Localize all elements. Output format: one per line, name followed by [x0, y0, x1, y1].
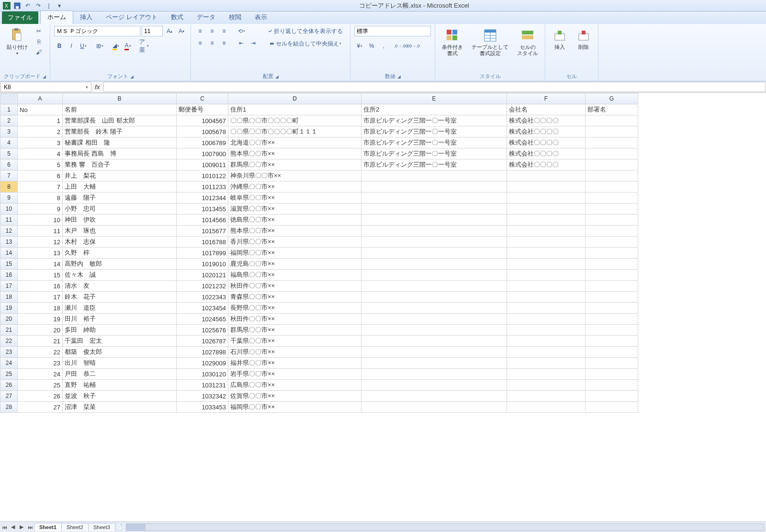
cell[interactable] [507, 380, 586, 391]
cell[interactable]: 久野 梓 [63, 248, 177, 259]
cell[interactable]: 清水 友 [63, 281, 177, 292]
cell[interactable]: 1029009 [177, 358, 228, 369]
cell[interactable] [586, 347, 638, 358]
cell[interactable]: 1030120 [177, 369, 228, 380]
cell[interactable]: 1007900 [177, 148, 228, 159]
cell[interactable]: 石川県〇〇市×× [228, 347, 361, 358]
row-header[interactable]: 24 [0, 358, 18, 369]
qat-customize-icon[interactable]: ▾ [55, 1, 64, 10]
increase-decimal-button[interactable]: .0→.00 [395, 41, 406, 51]
cell[interactable]: 営業部課長 山田 郁太郎 [63, 115, 177, 126]
cell[interactable]: 沖縄県〇〇市×× [228, 181, 361, 192]
cell[interactable]: 25 [18, 380, 63, 391]
cell[interactable]: 小野 忠司 [63, 204, 177, 215]
cell[interactable]: 沼津 栞菜 [63, 402, 177, 413]
cell[interactable]: 直野 祐輔 [63, 380, 177, 391]
cell[interactable]: 株式会社〇〇〇〇 [507, 126, 586, 137]
cell[interactable] [586, 215, 638, 226]
cell[interactable]: 16 [18, 281, 63, 292]
cell[interactable] [361, 237, 507, 248]
cell[interactable] [507, 215, 586, 226]
cell[interactable]: 井上 梨花 [63, 170, 177, 181]
cell[interactable]: 鹿児島〇〇市×× [228, 259, 361, 270]
italic-button[interactable]: I [66, 41, 77, 51]
horizontal-scrollbar[interactable] [126, 523, 764, 531]
cell[interactable]: 3 [18, 137, 63, 148]
cell[interactable]: 21 [18, 336, 63, 347]
fill-color-button[interactable]: ◢ [111, 41, 121, 51]
format-as-table-button[interactable]: テーブルとして 書式設定 [469, 26, 511, 58]
cell[interactable]: 熊本県〇〇市×× [228, 148, 361, 159]
cell[interactable]: 1004567 [177, 115, 228, 126]
row-header[interactable]: 2 [0, 115, 18, 126]
format-painter-button[interactable]: 🖌 [34, 47, 44, 57]
row-header[interactable]: 13 [0, 237, 18, 248]
cell[interactable]: 1005678 [177, 126, 228, 137]
cell[interactable] [586, 358, 638, 369]
cell[interactable] [361, 204, 507, 215]
row-header[interactable]: 18 [0, 292, 18, 303]
border-button[interactable]: ⊞ [94, 41, 105, 51]
cell[interactable]: 1020121 [177, 270, 228, 281]
cell[interactable] [361, 380, 507, 391]
cell[interactable]: 17 [18, 292, 63, 303]
tab-view[interactable]: 表示 [248, 11, 274, 24]
cell[interactable] [361, 226, 507, 237]
row-header[interactable]: 15 [0, 259, 18, 270]
row-header[interactable]: 1 [0, 104, 18, 115]
select-all-corner[interactable] [0, 93, 18, 104]
accounting-format-button[interactable]: ¥ [354, 41, 365, 51]
phonetic-button[interactable]: ア亜 [139, 41, 149, 51]
cell[interactable]: 岩手県〇〇市×× [228, 369, 361, 380]
cell[interactable]: 会社名 [507, 104, 586, 115]
underline-button[interactable]: U [78, 41, 89, 51]
cell[interactable]: 2 [18, 126, 63, 137]
cell[interactable]: 8 [18, 192, 63, 204]
wrap-text-button[interactable]: ⤶ 折り返して全体を表示する [264, 26, 346, 36]
cell[interactable] [361, 215, 507, 226]
row-header[interactable]: 9 [0, 192, 18, 204]
cell[interactable]: 9 [18, 204, 63, 215]
cell[interactable]: 滋賀県〇〇市×× [228, 204, 361, 215]
cell[interactable]: 7 [18, 181, 63, 192]
cell[interactable]: 神奈川県〇〇市×× [228, 170, 361, 181]
sheet-nav-next[interactable]: ▶ [17, 523, 26, 532]
cell[interactable]: 1021232 [177, 281, 228, 292]
row-header[interactable]: 5 [0, 148, 18, 159]
cell[interactable]: 上田 大輔 [63, 181, 177, 192]
cell[interactable] [586, 325, 638, 336]
cell[interactable]: 都築 俊太郎 [63, 347, 177, 358]
insert-cells-button[interactable]: 挿入 [549, 26, 570, 52]
cell[interactable] [361, 192, 507, 204]
cell[interactable]: 1012344 [177, 192, 228, 204]
cell[interactable]: 群馬県〇〇市×× [228, 159, 361, 170]
cell[interactable]: 千葉田 宏太 [63, 336, 177, 347]
cell[interactable] [507, 170, 586, 181]
cell[interactable] [507, 303, 586, 314]
cell[interactable] [586, 292, 638, 303]
cell[interactable] [361, 259, 507, 270]
cell[interactable] [361, 369, 507, 380]
increase-indent-button[interactable]: ⇥ [248, 38, 259, 48]
percent-style-button[interactable]: % [366, 41, 377, 51]
cell[interactable]: 14 [18, 259, 63, 270]
conditional-formatting-button[interactable]: 条件付き 書式 [439, 26, 466, 58]
cell[interactable]: 〇〇県〇〇市〇〇〇〇町 [228, 115, 361, 126]
cell[interactable]: 4 [18, 148, 63, 159]
increase-font-button[interactable]: A▴ [164, 26, 175, 36]
cell[interactable] [586, 380, 638, 391]
cell[interactable]: 12 [18, 237, 63, 248]
cell[interactable]: 1009011 [177, 159, 228, 170]
cell[interactable] [507, 226, 586, 237]
cell[interactable] [507, 292, 586, 303]
clipboard-dialog-launcher[interactable]: ◢ [43, 74, 46, 79]
row-header[interactable]: 3 [0, 126, 18, 137]
number-format-select[interactable] [354, 26, 431, 36]
undo-icon[interactable]: ↶ [23, 1, 33, 10]
cell[interactable] [586, 303, 638, 314]
tab-review[interactable]: 校閲 [222, 11, 248, 24]
font-name-select[interactable] [54, 26, 140, 36]
cell[interactable] [586, 181, 638, 192]
cell[interactable]: 秋田件〇〇市×× [228, 314, 361, 325]
tab-formulas[interactable]: 数式 [164, 11, 190, 24]
